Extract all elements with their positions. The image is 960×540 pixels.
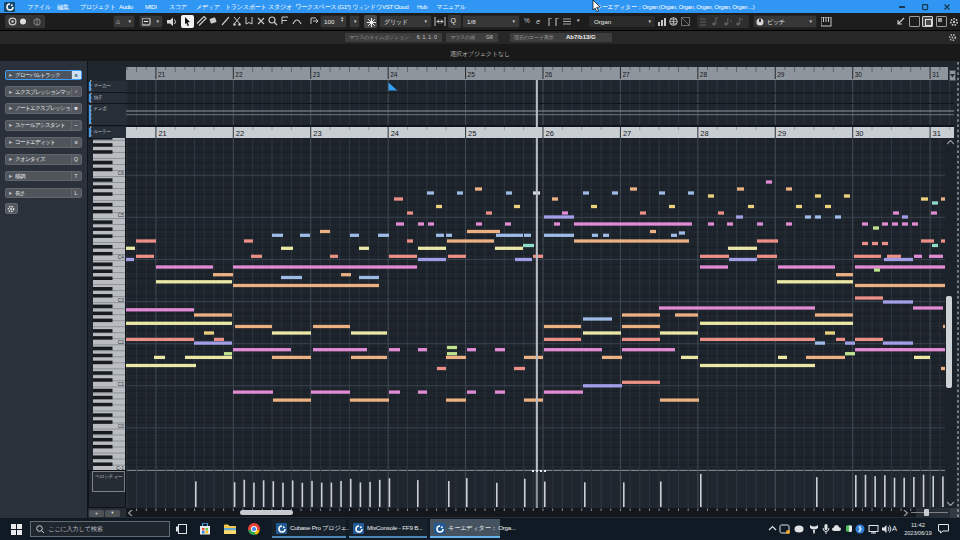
svg-text:C1: C1 <box>118 382 124 387</box>
svg-text:C2: C2 <box>118 340 124 345</box>
svg-text:30: 30 <box>855 129 863 138</box>
svg-text:31: 31 <box>933 129 941 138</box>
svg-text:23: 23 <box>313 71 321 78</box>
svg-text:30: 30 <box>855 71 863 78</box>
svg-text:C4: C4 <box>118 255 124 260</box>
svg-text:C0: C0 <box>118 424 124 429</box>
svg-text:25: 25 <box>468 129 476 138</box>
svg-text:C3: C3 <box>118 298 124 303</box>
svg-text:25: 25 <box>468 71 476 78</box>
svg-text:29: 29 <box>777 71 785 78</box>
svg-text:26: 26 <box>545 71 553 78</box>
svg-text:28: 28 <box>700 71 708 78</box>
svg-text:23: 23 <box>313 129 321 138</box>
svg-text:31: 31 <box>932 71 940 78</box>
svg-text:24: 24 <box>390 71 398 78</box>
svg-text:24: 24 <box>391 129 399 138</box>
svg-text:27: 27 <box>622 71 630 78</box>
svg-text:27: 27 <box>623 129 631 138</box>
svg-text:21: 21 <box>158 71 166 78</box>
svg-text:21: 21 <box>158 129 166 138</box>
svg-text:22: 22 <box>236 129 244 138</box>
svg-text:28: 28 <box>700 129 708 138</box>
svg-text:26: 26 <box>546 129 554 138</box>
svg-text:C6: C6 <box>118 171 124 176</box>
svg-text:C5: C5 <box>118 213 124 218</box>
svg-text:22: 22 <box>235 71 243 78</box>
svg-text:29: 29 <box>778 129 786 138</box>
